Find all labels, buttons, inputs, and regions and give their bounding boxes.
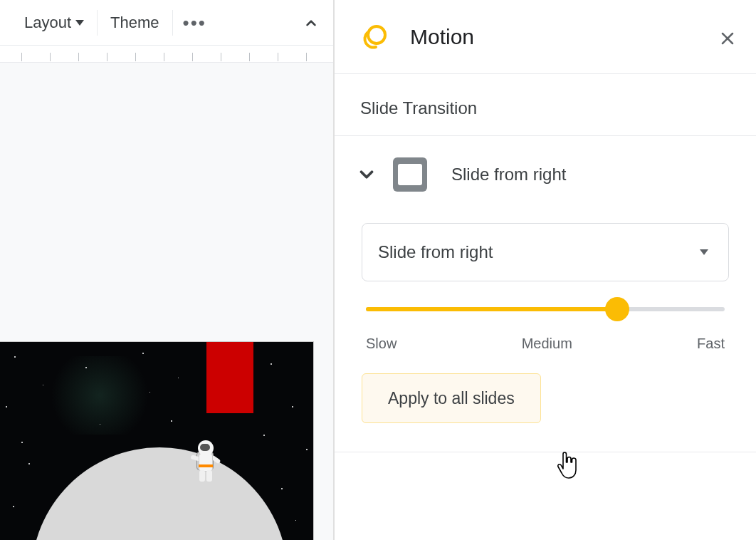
slide-icon bbox=[393, 157, 427, 192]
transition-type-select[interactable]: Slide from right bbox=[362, 223, 729, 281]
theme-label: Theme bbox=[110, 14, 159, 32]
dropdown-triangle-icon bbox=[700, 249, 708, 255]
panel-header: Motion bbox=[335, 0, 756, 74]
transition-name: Slide from right bbox=[451, 165, 566, 185]
apply-label: Apply to all slides bbox=[388, 389, 515, 408]
slider-thumb[interactable] bbox=[605, 297, 629, 321]
astronaut bbox=[187, 440, 222, 487]
editor-left-pane: Layout Theme ••• bbox=[0, 0, 333, 540]
nebula-glow bbox=[43, 356, 157, 435]
toolbar-divider bbox=[172, 10, 173, 36]
theme-menu[interactable]: Theme bbox=[98, 14, 172, 32]
slider-label-medium: Medium bbox=[522, 336, 572, 352]
close-panel-button[interactable] bbox=[719, 30, 736, 47]
transition-summary-row[interactable]: Slide from right bbox=[356, 157, 735, 192]
layout-label: Layout bbox=[24, 14, 71, 32]
motion-icon bbox=[360, 23, 389, 51]
ruler bbox=[0, 46, 333, 63]
collapse-toolbar-button[interactable] bbox=[302, 14, 320, 33]
svg-point-0 bbox=[368, 26, 385, 43]
slide-transition-section-header: Slide Transition bbox=[335, 74, 756, 136]
slider-fill bbox=[366, 307, 617, 311]
slider-label-fast: Fast bbox=[697, 336, 725, 352]
red-rectangle bbox=[206, 342, 253, 413]
speed-slider[interactable]: Slow Medium Fast bbox=[356, 307, 735, 373]
slider-track bbox=[366, 307, 725, 311]
motion-panel: Motion Slide Transition Slide from right… bbox=[333, 0, 756, 540]
select-value: Slide from right bbox=[378, 242, 493, 262]
apply-to-all-button[interactable]: Apply to all slides bbox=[362, 373, 541, 423]
dropdown-triangle-icon bbox=[75, 20, 84, 26]
expand-chevron-icon bbox=[356, 164, 377, 185]
transition-settings: Slide from right Slide from right Slow M… bbox=[335, 136, 756, 452]
layout-menu[interactable]: Layout bbox=[11, 14, 97, 32]
slider-labels: Slow Medium Fast bbox=[366, 336, 725, 373]
panel-title: Motion bbox=[410, 25, 474, 49]
slide-preview[interactable] bbox=[0, 342, 313, 540]
slider-label-slow: Slow bbox=[366, 336, 397, 352]
section-title: Slide Transition bbox=[360, 98, 730, 118]
toolbar: Layout Theme ••• bbox=[0, 0, 333, 46]
